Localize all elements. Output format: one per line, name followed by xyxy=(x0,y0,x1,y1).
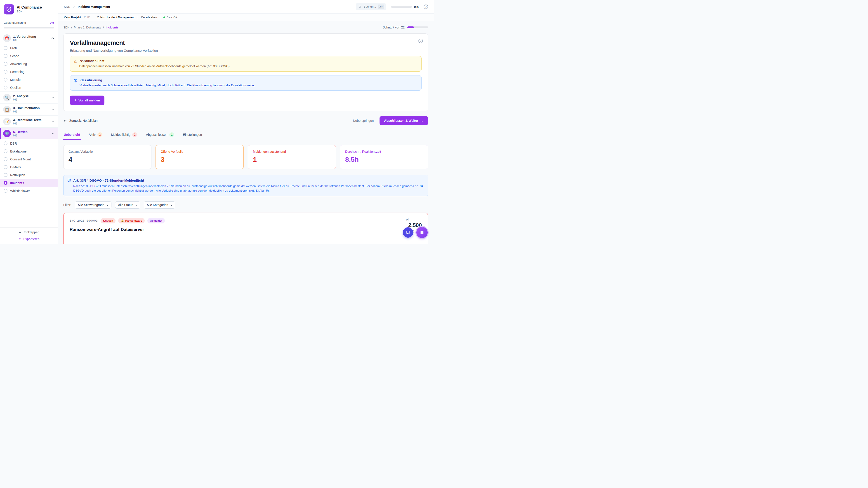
tab-abgeschlossen[interactable]: Abgeschlossen1 xyxy=(146,130,175,140)
top-bar: SDK Incident Management Suchen... ⌘K 0% … xyxy=(58,0,434,13)
main-area: SDK Incident Management Suchen... ⌘K 0% … xyxy=(58,0,434,244)
top-progress: 0% xyxy=(391,5,418,8)
section-percent: 0% xyxy=(13,134,49,137)
radio-icon xyxy=(4,62,7,66)
incident-title: Ransomware-Angriff auf Dateiserver xyxy=(70,227,422,232)
help-icon[interactable]: ? xyxy=(424,4,428,9)
stat-open-incidents: Offene Vorfaelle 3 xyxy=(156,145,244,169)
tab-uebersicht[interactable]: Uebersicht xyxy=(63,130,81,140)
sidebar-item-profil[interactable]: Profil xyxy=(0,44,58,52)
sidebar-item-emails[interactable]: E-Mails xyxy=(0,163,58,171)
gear-icon: ⚙️ xyxy=(3,130,11,137)
radio-icon xyxy=(4,149,7,153)
chevron-right-icon xyxy=(72,5,75,8)
incident-id: INC-2026-000003 xyxy=(70,219,98,223)
filter-row: Filter: Alle Schweregrade Alle Status Al… xyxy=(63,201,428,208)
shield-check-icon xyxy=(4,4,14,14)
clipboard-icon: 📋 xyxy=(3,106,11,113)
chat-fab-button[interactable] xyxy=(403,227,413,238)
incident-card[interactable]: INC-2026-000003 Kritisch 🔒Ransomware Gem… xyxy=(63,213,428,244)
sidebar-item-whistleblower[interactable]: Whistleblower xyxy=(0,187,58,195)
report-incident-button[interactable]: + Vorfall melden xyxy=(70,96,104,105)
count-badge: 2 xyxy=(132,132,137,137)
project-version: V001 xyxy=(84,16,91,19)
export-button[interactable]: Exportieren xyxy=(18,237,39,241)
section-percent: 0% xyxy=(13,122,49,125)
step-progress: Schritt 7 von 22 xyxy=(383,26,428,29)
severity-filter-select[interactable]: Alle Schweregrade xyxy=(75,201,112,208)
tab-aktiv[interactable]: Aktiv2 xyxy=(88,130,103,140)
crumb-sdk[interactable]: SDK xyxy=(63,26,69,29)
gdpr-title: Art. 33/34 DSGVO - 72-Stunden-Meldepflic… xyxy=(73,178,424,182)
count-badge: 1 xyxy=(169,132,175,137)
info-body: Vorfaelle werden nach Schweregrad klassi… xyxy=(80,83,255,88)
page-subtitle: Erfassung und Nachverfolgung von Complia… xyxy=(70,48,422,53)
sidebar-item-dsr[interactable]: DSR xyxy=(0,139,58,147)
sidebar-section-analyse[interactable]: 🔍 2. Analyse 0% xyxy=(0,92,58,103)
sidebar-section-vorbereitung[interactable]: 🎯 1. Vorbereitung 0% xyxy=(0,32,58,44)
search-input[interactable]: Suchen... ⌘K xyxy=(356,3,386,10)
wizard-nav-row: Zurueck: Notfallplan Ueberspringen Absch… xyxy=(63,116,428,125)
step-progress-bar xyxy=(407,26,428,28)
sidebar-section-betrieb[interactable]: ⚙️ 5. Betrieb 0% xyxy=(0,127,58,139)
overall-progress-bar xyxy=(4,27,54,29)
sidebar-item-incidents[interactable]: Incidents xyxy=(0,179,58,187)
count-badge: 2 xyxy=(97,132,103,137)
chevron-down-icon xyxy=(51,120,55,123)
search-shortcut-kbd: ⌘K xyxy=(378,4,384,9)
last-saved-time: Gerade eben xyxy=(141,16,157,19)
sidebar-section-rechtliche-texte[interactable]: 📝 4. Rechtliche Texte 0% xyxy=(0,116,58,127)
stat-pending-reports: Meldungen ausstehend 1 xyxy=(248,145,336,169)
kanban-board-fab-button[interactable] xyxy=(416,227,428,238)
sidebar-item-eskalationen[interactable]: Eskalationen xyxy=(0,147,58,155)
magnifier-icon: 🔍 xyxy=(3,94,11,101)
section-label: 4. Rechtliche Texte xyxy=(13,118,49,122)
arrow-right-icon: → xyxy=(420,119,424,123)
breadcrumb-root[interactable]: SDK xyxy=(64,5,70,8)
crumb-phase[interactable]: Phase 2: Dokumente xyxy=(74,26,101,29)
sidebar-item-quellen[interactable]: Quellen xyxy=(0,84,58,92)
sidebar-item-screening[interactable]: Screening xyxy=(0,68,58,76)
top-breadcrumb: SDK Incident Management xyxy=(64,5,110,8)
section-label: 1. Vorbereitung xyxy=(13,35,49,38)
sidebar-nav: 🎯 1. Vorbereitung 0% Profil Scope Anwend… xyxy=(0,32,58,228)
help-icon[interactable]: ? xyxy=(418,39,423,43)
top-progress-value: 0% xyxy=(414,5,418,8)
complete-next-button[interactable]: Abschliessen & Weiter → xyxy=(379,116,428,125)
chevron-down-icon xyxy=(51,96,55,99)
radio-icon xyxy=(4,189,7,193)
section-label: 2. Analyse xyxy=(13,94,49,98)
last-visited: Zuletzt: Incident Management xyxy=(97,16,134,19)
sidebar-item-scope[interactable]: Scope xyxy=(0,52,58,60)
section-label: 3. Dokumentation xyxy=(13,106,49,110)
arrow-left-icon xyxy=(63,119,67,123)
info-icon: ⓘ xyxy=(74,78,77,88)
tab-einstellungen[interactable]: Einstellungen xyxy=(182,130,202,140)
plus-icon: + xyxy=(74,98,76,103)
category-filter-select[interactable]: Alle Kategorien xyxy=(144,201,175,208)
radio-icon xyxy=(4,157,7,161)
app-subtitle: SDK xyxy=(17,10,42,13)
sidebar-item-module[interactable]: Module xyxy=(0,76,58,84)
chevron-up-icon xyxy=(51,36,55,40)
top-progress-bar xyxy=(391,6,412,8)
sidebar-item-notfallplan[interactable]: Notfallplan xyxy=(0,171,58,179)
filter-label: Filter: xyxy=(63,203,71,207)
status-bar: Kein Projekt V001 Zuletzt: Incident Mana… xyxy=(58,13,434,21)
radio-icon xyxy=(4,78,7,82)
tab-bar: Uebersicht Aktiv2 Meldepflichtig2 Abgesc… xyxy=(63,130,428,140)
sidebar-section-dokumentation[interactable]: 📋 3. Dokumentation 0% xyxy=(0,103,58,116)
section-percent: 0% xyxy=(13,39,49,42)
sync-status: Sync OK xyxy=(163,16,177,19)
status-filter-select[interactable]: Alle Status xyxy=(115,201,140,208)
radio-selected-icon xyxy=(4,181,7,185)
section-label: 5. Betrieb xyxy=(13,130,49,134)
collapse-sidebar-button[interactable]: Einklappen xyxy=(18,230,39,234)
tab-meldepflichtig[interactable]: Meldepflichtig2 xyxy=(111,130,138,140)
sidebar-item-consent-mgmt[interactable]: Consent Mgmt xyxy=(0,155,58,163)
sidebar-item-anwendung[interactable]: Anwendung xyxy=(0,60,58,68)
stat-avg-reaction-time: Durchschn. Reaktionszeit 8.5h xyxy=(340,145,428,169)
skip-button[interactable]: Ueberspringen xyxy=(353,119,374,123)
back-link[interactable]: Zurueck: Notfallplan xyxy=(63,119,98,123)
section-percent: 0% xyxy=(13,110,49,113)
